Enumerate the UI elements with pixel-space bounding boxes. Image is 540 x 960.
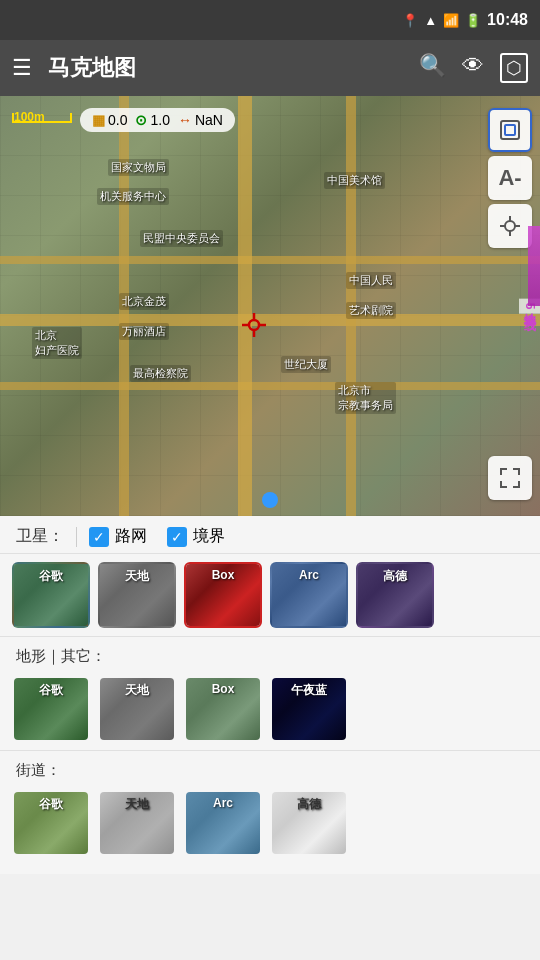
map-label-renmin: 中国人民	[346, 272, 396, 289]
satellite-section-title: 卫星：	[16, 526, 64, 547]
share-button[interactable]: ⬡	[500, 53, 528, 83]
terrain-tiandi-label: 天地	[125, 682, 149, 699]
map-area[interactable]: 100m ▦ 0.0 ⊙ 1.0 ↔ NaN 国家文物局 机关服务中心 民盟中央…	[0, 96, 540, 516]
map-toolbar: A-	[488, 108, 532, 248]
satellite-tile-arc[interactable]: Arc	[270, 562, 348, 628]
terrain-tile-box[interactable]: Box	[184, 676, 262, 742]
menu-icon[interactable]: ☰	[12, 55, 32, 81]
satellite-tile-google[interactable]: 谷歌	[12, 562, 90, 628]
street-tile-arc[interactable]: Arc	[184, 790, 262, 856]
status-bar: 📍 ▲ 📶 🔋 10:48	[0, 0, 540, 40]
street-tile-google[interactable]: 谷歌	[12, 790, 90, 856]
satellite-gaode-label: 高德	[383, 568, 407, 585]
terrain-section-title: 地形｜其它：	[0, 636, 540, 668]
street-tile-grid: 谷歌 天地 Arc 高德	[0, 782, 540, 864]
boundary-checkbox-icon: ✓	[167, 527, 187, 547]
app-title: 马克地图	[48, 53, 419, 83]
road-checkbox-icon: ✓	[89, 527, 109, 547]
bottom-panel: 卫星： ✓ 路网 ✓ 境界 谷歌 天地 Box Arc 高德	[0, 516, 540, 874]
street-section-title: 街道：	[0, 750, 540, 782]
map-label-shijidasha: 世纪大厦	[281, 356, 331, 373]
terrain-google-label: 谷歌	[39, 682, 63, 699]
font-size-button[interactable]: A-	[488, 156, 532, 200]
road-network-label: 路网	[115, 526, 147, 547]
svg-point-2	[505, 221, 515, 231]
map-label-jinmao: 北京金茂	[119, 293, 169, 310]
map-label-minmeng: 民盟中央委员会	[140, 230, 223, 247]
map-crosshair	[240, 311, 268, 343]
location-icon: 📍	[402, 13, 418, 28]
street-tiandi-label: 天地	[125, 796, 149, 813]
expand-button[interactable]	[488, 456, 532, 500]
meas-value-2: 1.0	[150, 112, 169, 128]
terrain-box-label: Box	[212, 682, 235, 696]
terrain-tile-tiandi[interactable]: 天地	[98, 676, 176, 742]
meas-icon-2: ⊙	[135, 112, 147, 128]
street-arc-label: Arc	[213, 796, 233, 810]
map-label-jianchayuan: 最高检察院	[130, 365, 191, 382]
satellite-tiandi-label: 天地	[125, 568, 149, 585]
map-label-yijuyuan: 艺术剧院	[346, 302, 396, 319]
map-label-fuchanyiyuan: 北京妇产医院	[32, 327, 82, 359]
subway-line-indicator	[528, 226, 540, 306]
search-button[interactable]: 🔍	[419, 53, 446, 83]
section-divider	[76, 527, 77, 547]
street-google-label: 谷歌	[39, 796, 63, 813]
eye-button[interactable]: 👁	[462, 53, 484, 83]
satellite-google-label: 谷歌	[39, 568, 63, 585]
svg-rect-1	[505, 125, 515, 135]
boundary-label: 境界	[193, 526, 225, 547]
meas-icon-3: ↔	[178, 112, 192, 128]
terrain-night-label: 午夜蓝	[291, 682, 327, 699]
battery-icon: 🔋	[465, 13, 481, 28]
meas-icon-1: ▦	[92, 112, 105, 128]
street-tile-gaode[interactable]: 高德	[270, 790, 348, 856]
satellite-tile-tiandi[interactable]: 天地	[98, 562, 176, 628]
street-tile-tiandi[interactable]: 天地	[98, 790, 176, 856]
street-gaode-label: 高德	[297, 796, 321, 813]
layer-button[interactable]	[488, 108, 532, 152]
satellite-tile-grid: 谷歌 天地 Box Arc 高德	[0, 554, 540, 636]
crosshair-button[interactable]	[488, 204, 532, 248]
meas-value-3: NaN	[195, 112, 223, 128]
road-network-checkbox[interactable]: ✓ 路网	[89, 526, 147, 547]
satellite-arc-label: Arc	[299, 568, 319, 582]
terrain-tile-google[interactable]: 谷歌	[12, 676, 90, 742]
terrain-tile-grid: 谷歌 天地 Box 午夜蓝	[0, 668, 540, 750]
boundary-checkbox[interactable]: ✓ 境界	[167, 526, 225, 547]
map-label-jiguan: 机关服务中心	[97, 188, 169, 205]
signal-icon: 📶	[443, 13, 459, 28]
map-label-wanlijiudian: 万丽酒店	[119, 323, 169, 340]
top-bar: ☰ 马克地图 🔍 👁 ⬡	[0, 40, 540, 96]
meas-value-1: 0.0	[108, 112, 127, 128]
map-indicator	[262, 492, 278, 508]
wifi-icon: ▲	[424, 13, 437, 28]
satellite-tile-box[interactable]: Box	[184, 562, 262, 628]
scale-bar: 100m	[12, 112, 72, 130]
satellite-section-header: 卫星： ✓ 路网 ✓ 境界	[0, 516, 540, 554]
measurement-bar: ▦ 0.0 ⊙ 1.0 ↔ NaN	[80, 108, 235, 132]
scale-text: 100m	[14, 110, 45, 124]
map-label-guojia: 国家文物局	[108, 159, 169, 176]
satellite-tile-gaode[interactable]: 高德	[356, 562, 434, 628]
svg-point-7	[249, 320, 259, 330]
map-label-meishuguan: 中国美术馆	[324, 172, 385, 189]
terrain-tile-night[interactable]: 午夜蓝	[270, 676, 348, 742]
svg-rect-0	[501, 121, 519, 139]
satellite-box-label: Box	[212, 568, 235, 582]
status-time: 10:48	[487, 11, 528, 29]
map-label-zongjiao: 北京市宗教事务局	[335, 382, 396, 414]
